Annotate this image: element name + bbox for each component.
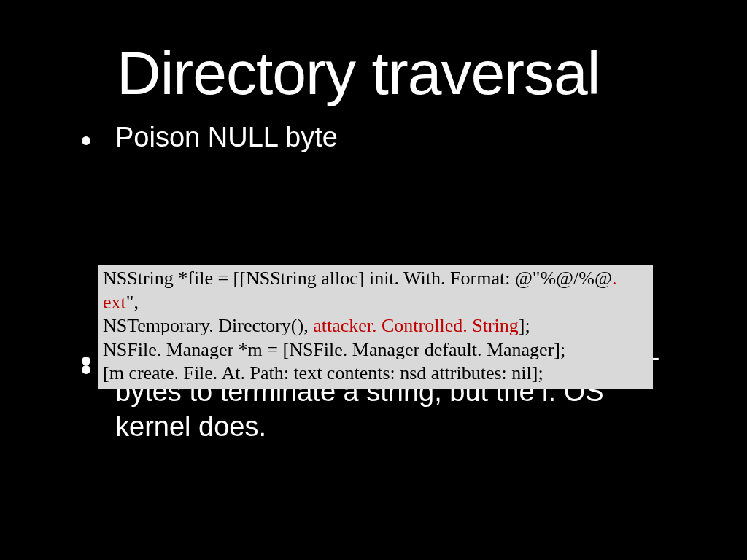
bullet-dot-icon [82,136,90,145]
code-text: ", [126,292,139,313]
code-line-1: NSString *file = [[NSString alloc] init.… [103,267,649,314]
bullet-row-1: Poison NULL byte [58,120,689,155]
slide-title: Directory traversal [117,38,689,109]
bullet-dot-icon [82,365,90,374]
code-line-2: NSTemporary. Directory(), attacker. Cont… [103,314,649,338]
code-text: NSString *file = [[NSString alloc] init.… [103,268,612,289]
code-line-4: [m create. File. At. Path: text contents… [103,362,649,386]
code-text: ]; [519,315,530,336]
code-line-3: NSFile. Manager *m = [NSFile. Manager de… [103,338,649,362]
slide: Directory traversal Poison NULL byte Thi… [0,38,747,560]
bullet-dot-icon [82,357,90,365]
code-highlight: attacker. Controlled. String [313,315,519,336]
bullet-1-text: Poison NULL byte [115,120,338,155]
code-block: NSString *file = [[NSString alloc] init.… [98,265,653,389]
code-text: NSTemporary. Directory(), [103,315,313,336]
